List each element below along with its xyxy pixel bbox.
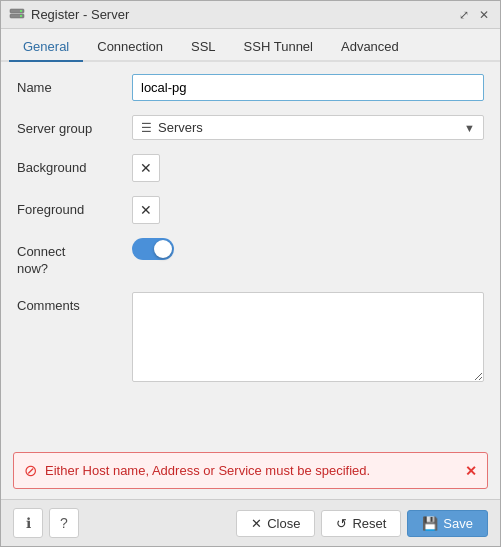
save-button[interactable]: 💾 Save — [407, 510, 488, 537]
server-icon — [9, 7, 25, 23]
window: Register - Server ⤢ ✕ General Connection… — [0, 0, 501, 547]
info-button[interactable]: ℹ — [13, 508, 43, 538]
name-label: Name — [17, 74, 132, 95]
reset-button[interactable]: ↺ Reset — [321, 510, 401, 537]
form-area: Name Server group ☰ Servers ▼ Background… — [1, 62, 500, 452]
help-button[interactable]: ? — [49, 508, 79, 538]
foreground-color-button[interactable]: ✕ — [132, 196, 160, 224]
title-bar-left: Register - Server — [9, 7, 129, 23]
save-icon: 💾 — [422, 516, 438, 531]
maximize-button[interactable]: ⤢ — [456, 7, 472, 23]
foreground-control: ✕ — [132, 196, 484, 224]
error-icon: ⊘ — [24, 461, 37, 480]
background-row: Background ✕ — [17, 154, 484, 182]
name-control — [132, 74, 484, 101]
close-window-button[interactable]: ✕ — [476, 7, 492, 23]
tab-ssh-tunnel[interactable]: SSH Tunnel — [230, 33, 327, 62]
svg-point-3 — [20, 15, 22, 17]
server-group-control: ☰ Servers ▼ — [132, 115, 484, 140]
footer-left: ℹ ? — [13, 508, 79, 538]
title-bar: Register - Server ⤢ ✕ — [1, 1, 500, 29]
name-input[interactable] — [132, 74, 484, 101]
connect-now-label: Connectnow? — [17, 238, 132, 278]
comments-label: Comments — [17, 292, 132, 313]
error-bar: ⊘ Either Host name, Address or Service m… — [13, 452, 488, 489]
error-message: Either Host name, Address or Service mus… — [45, 463, 370, 478]
close-button[interactable]: ✕ Close — [236, 510, 315, 537]
footer: ℹ ? ✕ Close ↺ Reset 💾 Save — [1, 499, 500, 546]
tab-general[interactable]: General — [9, 33, 83, 62]
servers-icon: ☰ — [141, 121, 152, 135]
tab-advanced[interactable]: Advanced — [327, 33, 413, 62]
foreground-label: Foreground — [17, 196, 132, 217]
server-group-value: Servers — [158, 120, 464, 135]
name-row: Name — [17, 74, 484, 101]
background-label: Background — [17, 154, 132, 175]
title-bar-controls: ⤢ ✕ — [456, 7, 492, 23]
error-close-button[interactable]: ✕ — [465, 463, 477, 479]
comments-input[interactable] — [132, 292, 484, 382]
close-label: Close — [267, 516, 300, 531]
dropdown-arrow-icon: ▼ — [464, 122, 475, 134]
background-control: ✕ — [132, 154, 484, 182]
connect-now-row: Connectnow? — [17, 238, 484, 278]
comments-row: Comments — [17, 292, 484, 385]
comments-control — [132, 292, 484, 385]
reset-label: Reset — [352, 516, 386, 531]
connect-now-control — [132, 238, 484, 260]
tab-ssl[interactable]: SSL — [177, 33, 230, 62]
connect-now-toggle[interactable] — [132, 238, 174, 260]
footer-right: ✕ Close ↺ Reset 💾 Save — [236, 510, 488, 537]
tab-bar: General Connection SSL SSH Tunnel Advanc… — [1, 29, 500, 62]
server-group-row: Server group ☰ Servers ▼ — [17, 115, 484, 140]
save-label: Save — [443, 516, 473, 531]
close-icon: ✕ — [251, 516, 262, 531]
window-title: Register - Server — [31, 7, 129, 22]
server-group-label: Server group — [17, 115, 132, 136]
server-group-select[interactable]: ☰ Servers ▼ — [132, 115, 484, 140]
svg-point-2 — [20, 10, 22, 12]
foreground-row: Foreground ✕ — [17, 196, 484, 224]
tab-connection[interactable]: Connection — [83, 33, 177, 62]
background-color-button[interactable]: ✕ — [132, 154, 160, 182]
reset-icon: ↺ — [336, 516, 347, 531]
